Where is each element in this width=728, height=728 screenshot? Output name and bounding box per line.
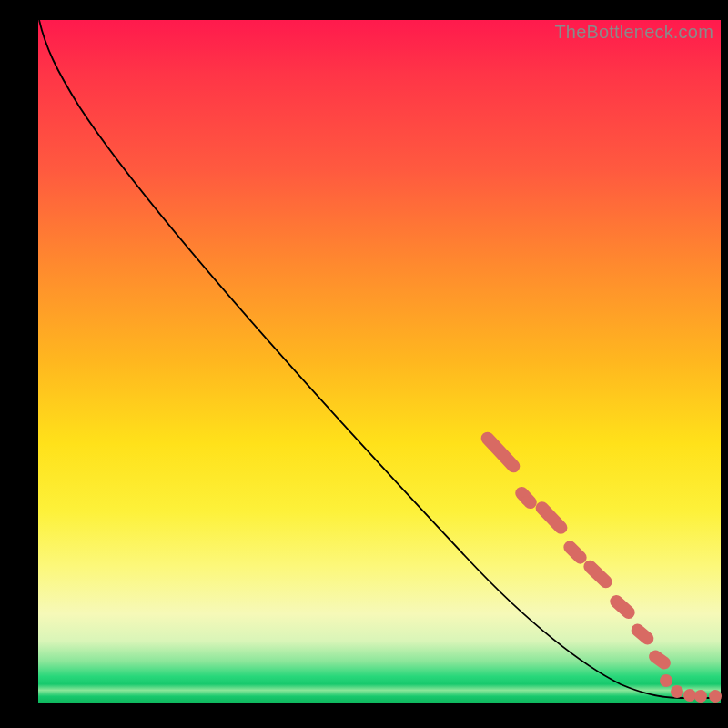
chart-svg xyxy=(38,20,721,703)
marker-pills xyxy=(479,430,673,672)
svg-rect-5 xyxy=(607,592,637,622)
svg-point-11 xyxy=(683,689,696,702)
svg-rect-2 xyxy=(533,499,571,536)
plot-area: TheBottleneck.com xyxy=(38,20,721,703)
chart-frame: TheBottleneck.com xyxy=(0,0,728,728)
svg-point-9 xyxy=(660,674,672,687)
svg-rect-7 xyxy=(646,648,672,672)
svg-rect-4 xyxy=(581,558,614,591)
svg-point-10 xyxy=(671,685,683,698)
svg-rect-6 xyxy=(629,622,656,648)
svg-point-13 xyxy=(709,690,722,703)
svg-rect-0 xyxy=(479,430,522,476)
svg-rect-3 xyxy=(561,538,589,566)
svg-point-12 xyxy=(694,690,707,703)
svg-point-8 xyxy=(521,496,531,505)
